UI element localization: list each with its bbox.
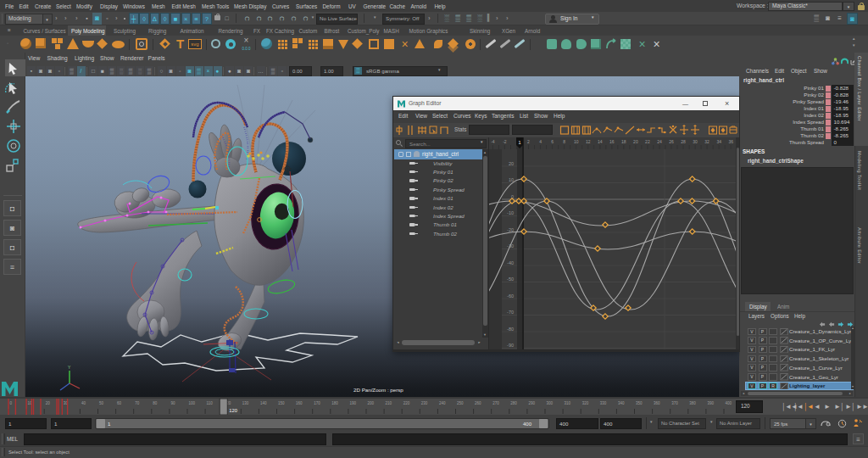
svg-text:140: 140 — [260, 401, 267, 405]
svg-text:8: 8 — [563, 139, 565, 144]
svg-text:120: 120 — [229, 408, 237, 413]
svg-text:130: 130 — [242, 401, 249, 405]
svg-text:220: 220 — [403, 401, 410, 405]
svg-text:-20: -20 — [507, 227, 514, 232]
svg-text:20: 20 — [633, 139, 638, 144]
svg-text:40: 40 — [81, 401, 86, 405]
svg-text:6: 6 — [551, 139, 554, 144]
svg-text:200: 200 — [368, 401, 375, 405]
svg-text:260: 260 — [475, 401, 481, 405]
svg-text:170: 170 — [314, 401, 320, 405]
svg-text:160: 160 — [296, 401, 303, 405]
svg-text:18: 18 — [621, 139, 626, 144]
svg-text:210: 210 — [386, 401, 392, 405]
svg-text:22: 22 — [645, 139, 650, 144]
svg-text:330: 330 — [600, 401, 607, 405]
svg-text:230: 230 — [421, 401, 428, 405]
svg-text:-80: -80 — [507, 327, 514, 332]
svg-text:310: 310 — [565, 401, 571, 405]
svg-text:14: 14 — [598, 139, 603, 144]
svg-text:1: 1 — [518, 140, 520, 145]
svg-text:4: 4 — [539, 139, 542, 144]
svg-text:20: 20 — [46, 401, 51, 405]
svg-text:90: 90 — [170, 401, 175, 405]
svg-text:300: 300 — [547, 401, 554, 405]
svg-text:50: 50 — [99, 401, 104, 405]
svg-text:Y: Y — [68, 365, 71, 370]
svg-text:360: 360 — [654, 401, 660, 405]
svg-text:350: 350 — [636, 401, 643, 405]
svg-text:28: 28 — [681, 139, 686, 144]
svg-text:70: 70 — [135, 401, 140, 405]
svg-text:32: 32 — [704, 139, 709, 144]
svg-text:390: 390 — [707, 401, 714, 405]
svg-text:-60: -60 — [507, 293, 514, 299]
svg-text:150: 150 — [278, 401, 285, 405]
svg-text:2: 2 — [527, 139, 530, 144]
svg-text:24: 24 — [657, 139, 662, 144]
svg-text:-4: -4 — [491, 139, 495, 144]
svg-text:60: 60 — [117, 401, 122, 405]
svg-text:10: 10 — [574, 139, 579, 144]
svg-text:-40: -40 — [507, 260, 514, 265]
svg-text:80: 80 — [153, 401, 158, 405]
svg-text:20: 20 — [509, 161, 514, 166]
svg-text:270: 270 — [492, 401, 499, 405]
svg-text:34: 34 — [716, 139, 721, 144]
svg-text:190: 190 — [349, 401, 356, 405]
svg-text:320: 320 — [582, 401, 589, 405]
svg-text:240: 240 — [439, 401, 446, 405]
svg-text:380: 380 — [689, 401, 696, 405]
svg-text:250: 250 — [457, 401, 464, 405]
svg-text:10: 10 — [509, 177, 514, 182]
svg-text:100: 100 — [189, 401, 196, 405]
svg-text:340: 340 — [618, 401, 625, 405]
svg-text:12: 12 — [586, 139, 591, 144]
svg-text:16: 16 — [609, 139, 615, 144]
svg-text:180: 180 — [331, 401, 338, 405]
svg-text:-2: -2 — [503, 139, 507, 144]
svg-text:26: 26 — [669, 139, 674, 144]
svg-text:-70: -70 — [507, 310, 514, 315]
svg-text:30: 30 — [693, 139, 698, 144]
svg-text:-10: -10 — [507, 210, 514, 215]
svg-text:36: 36 — [728, 139, 733, 144]
svg-text:-50: -50 — [507, 276, 514, 282]
svg-text:370: 370 — [671, 401, 678, 405]
svg-text:280: 280 — [510, 401, 517, 405]
svg-text:400: 400 — [726, 401, 732, 405]
svg-text:-90: -90 — [507, 343, 514, 348]
svg-text:290: 290 — [528, 401, 535, 405]
svg-text:110: 110 — [207, 401, 214, 405]
